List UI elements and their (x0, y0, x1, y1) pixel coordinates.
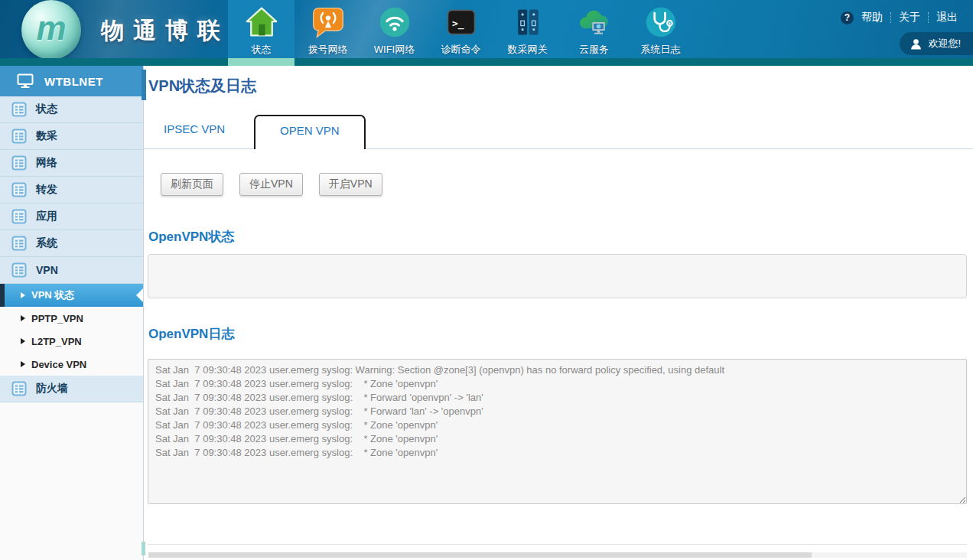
sidebar-item-vpn[interactable]: VPN (0, 257, 143, 284)
logo-sphere-icon: m (21, 0, 81, 60)
nav-item-diagnostic-command[interactable]: >_ 诊断命令 (428, 0, 494, 58)
device-name: WTBLNET (44, 75, 103, 88)
start-vpn-button[interactable]: 开启VPN (319, 173, 382, 196)
dialup-icon (311, 5, 345, 39)
syslog-icon (644, 5, 678, 39)
openvpn-log-textarea[interactable] (148, 359, 967, 504)
list-icon (11, 236, 27, 251)
sidebar-item-label: 数采 (36, 129, 57, 143)
page-title: VPN状态及日志 (148, 76, 967, 96)
bottom-divider (148, 544, 967, 545)
openvpn-status-box (148, 254, 967, 298)
sidebar-item-label: 系统 (36, 236, 57, 250)
top-navigation: 状态 拨号网络 WIFI网络 >_ 诊断命 (228, 0, 694, 58)
help-link[interactable]: 帮助 (854, 11, 890, 24)
submenu-item-device-vpn[interactable]: Device VPN (0, 353, 143, 376)
sidebar-item-label: 应用 (36, 210, 57, 223)
top-header: m 物通博联 状态 拨号网络 (0, 0, 973, 66)
sidebar-item-system[interactable]: 系统 (0, 230, 143, 257)
gateway-icon (511, 5, 545, 39)
nav-item-cloud-service[interactable]: 云服务 (561, 0, 627, 58)
sidebar-item-label: 网络 (36, 156, 57, 170)
sidebar-item-data-acquisition[interactable]: 数采 (0, 123, 143, 150)
wifi-icon (378, 5, 412, 39)
selected-notch (136, 288, 143, 302)
caret-right-icon (21, 338, 25, 344)
cloud-icon (578, 5, 611, 39)
sidebar-device-header: WTBLNET (0, 66, 143, 96)
vpn-submenu: VPN 状态 PPTP_VPN L2TP_VPN Device VPN (0, 284, 143, 376)
scrollbar-fragment (142, 542, 145, 555)
active-nav-underline (228, 58, 295, 66)
openvpn-status-heading: OpenVPN状态 (148, 228, 967, 246)
nav-label: WIFI网络 (374, 43, 415, 57)
sidebar-item-label: 防火墙 (36, 382, 68, 396)
brand-name: 物通博联 (101, 0, 229, 58)
list-icon (11, 209, 27, 224)
sidebar-item-firewall[interactable]: 防火墙 (0, 376, 143, 402)
submenu-item-label: VPN 状态 (31, 288, 74, 302)
tab-open-vpn[interactable]: OPEN VPN (254, 115, 366, 149)
logo-glyph: m (36, 9, 66, 47)
submenu-item-pptp-vpn[interactable]: PPTP_VPN (0, 307, 143, 330)
main-content: VPN状态及日志 IPSEC VPNOPEN VPN 刷新页面 停止VPN 开启… (144, 66, 973, 560)
list-icon (11, 102, 27, 117)
tab-ipsec-vpn[interactable]: IPSEC VPN (148, 115, 240, 135)
nav-item-system-log[interactable]: 系统日志 (627, 0, 694, 58)
nav-label: 拨号网络 (308, 43, 348, 57)
submenu-item-l2tp-vpn[interactable]: L2TP_VPN (0, 330, 143, 353)
home-icon (245, 5, 278, 39)
submenu-item-vpn-status[interactable]: VPN 状态 (0, 284, 143, 307)
content-left-accent (142, 70, 146, 100)
action-buttons: 刷新页面 停止VPN 开启VPN (161, 173, 967, 196)
openvpn-log-heading: OpenVPN日志 (148, 325, 967, 343)
horizontal-scrollbar-thumb[interactable] (148, 552, 812, 558)
terminal-glyph: >_ (452, 18, 464, 30)
nav-label: 云服务 (579, 43, 609, 57)
sidebar-item-label: VPN (36, 264, 58, 276)
list-icon (11, 182, 27, 197)
submenu-item-label: Device VPN (31, 359, 86, 370)
horizontal-scrollbar[interactable] (148, 552, 967, 558)
sidebar-item-status[interactable]: 状态 (0, 96, 143, 123)
terminal-icon: >_ (444, 5, 478, 39)
sidebar-item-application[interactable]: 应用 (0, 203, 143, 230)
submenu-item-label: PPTP_VPN (31, 313, 83, 324)
nav-label: 状态 (252, 43, 272, 57)
sidebar-item-forwarding[interactable]: 转发 (0, 177, 143, 203)
help-icon: ? (841, 11, 854, 24)
header-bottom-strip (0, 58, 973, 66)
about-link[interactable]: 关于 (891, 11, 928, 24)
stop-vpn-button[interactable]: 停止VPN (239, 173, 303, 196)
user-icon (910, 38, 922, 50)
nav-label: 数采网关 (508, 43, 548, 57)
sidebar: WTBLNET 状态 数采 网络 转发 应用 系统 VPN VPN 状态 PP (0, 66, 144, 560)
monitor-icon (17, 73, 34, 89)
list-icon (11, 381, 27, 396)
header-links: ? 帮助 关于 退出 (841, 11, 965, 24)
logout-link[interactable]: 退出 (929, 11, 965, 24)
caret-right-icon (21, 315, 25, 321)
nav-label: 诊断命令 (441, 43, 481, 57)
caret-right-icon (21, 292, 25, 298)
caret-right-icon (21, 361, 25, 367)
sidebar-item-label: 状态 (36, 103, 57, 116)
submenu-item-label: L2TP_VPN (31, 336, 82, 347)
tab-bar: IPSEC VPNOPEN VPN (148, 115, 967, 149)
brand-logo[interactable]: m 物通博联 (0, 0, 228, 58)
nav-item-data-gateway[interactable]: 数采网关 (494, 0, 561, 58)
sidebar-item-label: 转发 (36, 183, 57, 197)
nav-item-status[interactable]: 状态 (228, 0, 295, 58)
welcome-text: 欢迎您! (928, 37, 961, 50)
welcome-badge: 欢迎您! (900, 32, 973, 55)
list-icon (11, 262, 27, 278)
refresh-page-button[interactable]: 刷新页面 (161, 173, 223, 196)
sidebar-item-network[interactable]: 网络 (0, 150, 143, 177)
list-icon (11, 155, 27, 171)
nav-item-wifi-network[interactable]: WIFI网络 (361, 0, 428, 58)
list-icon (11, 129, 27, 144)
nav-label: 系统日志 (641, 43, 681, 57)
nav-item-dialup-network[interactable]: 拨号网络 (295, 0, 361, 58)
